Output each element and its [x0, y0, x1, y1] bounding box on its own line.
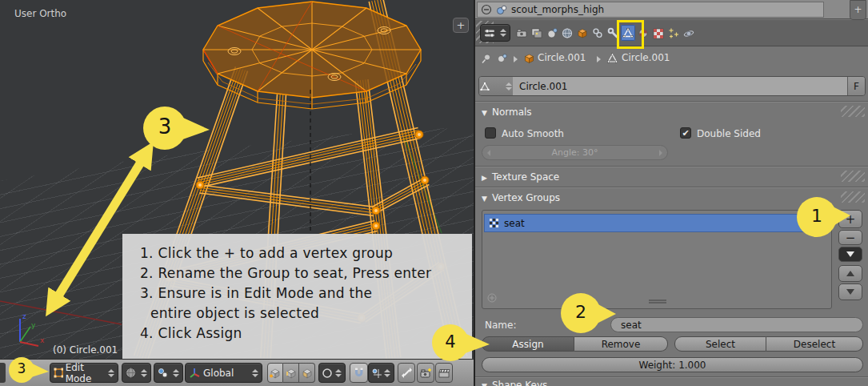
breadcrumb-object-name[interactable]: Circle.001 [538, 52, 586, 63]
texture-space-panel-header[interactable]: Texture Space [482, 170, 559, 184]
dropdown-arrows-icon [335, 369, 342, 377]
stool-seat [203, 2, 421, 109]
move-group-down-button[interactable] [838, 283, 862, 300]
auto-smooth-checkbox[interactable] [485, 127, 496, 139]
vertex-group-list[interactable]: seat [482, 210, 832, 309]
auto-smooth-angle-slider[interactable]: Angle: 30° [482, 145, 668, 160]
snap-element-dropdown[interactable] [368, 363, 394, 383]
constraints-link-icon [591, 26, 604, 39]
face-select-button[interactable] [299, 363, 315, 383]
proportional-edit-dropdown[interactable] [318, 363, 346, 383]
callout-number: 3 [155, 115, 174, 139]
vertex-group-specials-button[interactable] [838, 247, 862, 262]
callout-3-viewport: 3 [142, 106, 211, 154]
vertex-select-button[interactable] [267, 363, 283, 383]
fake-user-button[interactable]: F [847, 77, 865, 95]
region-expand-button[interactable]: + [453, 18, 469, 33]
axis-x-label: x [40, 336, 45, 344]
outliner-item[interactable]: scout_morphs_high [477, 2, 824, 18]
texture-space-title: Texture Space [492, 171, 559, 183]
mesh-crumb-icon [606, 52, 618, 64]
render-layers-icon [530, 26, 543, 39]
axis-y-label: y [31, 321, 36, 329]
select-button[interactable]: Select [674, 336, 766, 352]
datablock-type-selector[interactable] [479, 77, 513, 95]
clipped-menu-button[interactable] [0, 363, 6, 383]
list-filter-icon[interactable] [487, 293, 497, 305]
callout-1: 1 [796, 196, 852, 241]
double-sided-checkbox[interactable]: ✔ [680, 127, 691, 139]
tab-constraints[interactable] [590, 25, 605, 41]
panel-drag-grip[interactable] [841, 106, 865, 117]
axis-z-label: z [22, 312, 26, 320]
instruction-line: 4. Click Assign [140, 324, 472, 344]
weight-slider[interactable]: Weight: 1.000 [482, 357, 863, 372]
tab-render-layers[interactable] [530, 25, 544, 41]
double-sided-label: Double Sided [697, 128, 761, 139]
pivot-point-dropdown[interactable] [154, 363, 183, 383]
proportional-circle-icon [322, 368, 333, 379]
instruction-line: 3. Ensure is in Edit Mode and the [140, 283, 472, 304]
breadcrumb-arrow-icon [597, 56, 601, 62]
normals-title: Normals [492, 107, 532, 118]
mode-dropdown[interactable]: Edit Mode [50, 363, 118, 383]
remove-button[interactable]: Remove [574, 336, 668, 352]
panel-expand-icon[interactable] [482, 171, 487, 183]
slider-right-arrow-icon[interactable] [659, 150, 662, 156]
move-arrows-icon [401, 367, 413, 379]
dropdown-arrows-icon [252, 369, 259, 377]
datablock-name-row: Circle.001 F [478, 76, 866, 96]
physics-icon [682, 26, 695, 39]
group-name-input[interactable]: seat [610, 317, 863, 332]
panel-separator [475, 101, 868, 103]
callout-3-toolbar: 3 [7, 356, 50, 386]
pin-icon[interactable] [480, 52, 493, 65]
tab-scene[interactable] [545, 25, 559, 41]
edge-select-button[interactable] [283, 363, 299, 383]
dropdown-arrows-icon [108, 369, 115, 377]
panel-expand-icon[interactable] [482, 107, 487, 118]
slider-left-arrow-icon[interactable] [487, 150, 490, 156]
object-cube-icon [576, 26, 589, 39]
vertex-group-list-item[interactable]: seat [484, 214, 830, 232]
shape-keys-panel-header[interactable]: Shape Keys [482, 380, 547, 386]
collapse-icon[interactable] [481, 4, 492, 15]
breadcrumb-data-name[interactable]: Circle.001 [622, 52, 670, 63]
tab-object[interactable] [575, 25, 590, 41]
tab-texture[interactable] [651, 25, 666, 41]
tab-particles[interactable] [666, 25, 681, 41]
datablock-name-field[interactable]: Circle.001 [513, 77, 847, 95]
move-group-up-button[interactable] [838, 265, 862, 282]
edit-mode-icon [53, 367, 63, 379]
mode-dropdown-label: Edit Mode [66, 362, 106, 384]
dropdown-arrows-icon [141, 369, 148, 377]
transform-orientation-dropdown[interactable]: Global [185, 363, 262, 383]
instruction-line: entire object is selected [140, 304, 472, 324]
assign-button[interactable]: Assign [482, 336, 574, 352]
panel-drag-grip[interactable] [841, 171, 865, 182]
manipulate-centers-button[interactable] [398, 363, 415, 383]
editor-type-selector[interactable] [480, 24, 510, 42]
dropdown-arrows-icon [506, 82, 513, 90]
face-select-icon [301, 367, 314, 380]
object-crumb-icon [523, 52, 535, 64]
add-tab-button[interactable]: + [850, 0, 866, 20]
highlight-rectangle [617, 20, 644, 49]
snap-toggle-button[interactable] [350, 363, 368, 383]
tab-render[interactable] [514, 25, 529, 41]
down-arrow-icon [846, 289, 854, 296]
callout-number: 4 [442, 332, 459, 352]
panel-separator [475, 166, 868, 167]
normals-panel-header[interactable]: Normals [482, 105, 532, 119]
panel-expand-icon[interactable] [482, 192, 487, 203]
vertex-group-name: seat [504, 218, 525, 229]
dropdown-arrows-icon [384, 369, 391, 377]
deselect-button[interactable]: Deselect [766, 336, 863, 352]
viewport-shading-dropdown[interactable] [122, 363, 151, 383]
tab-physics[interactable] [682, 25, 696, 41]
breadcrumb: Circle.001 Circle.001 [475, 50, 868, 70]
list-resize-handle[interactable] [649, 300, 666, 304]
tab-world[interactable] [560, 25, 574, 41]
object-ball-icon [495, 4, 508, 16]
vertex-groups-panel-header[interactable]: Vertex Groups [482, 191, 560, 205]
